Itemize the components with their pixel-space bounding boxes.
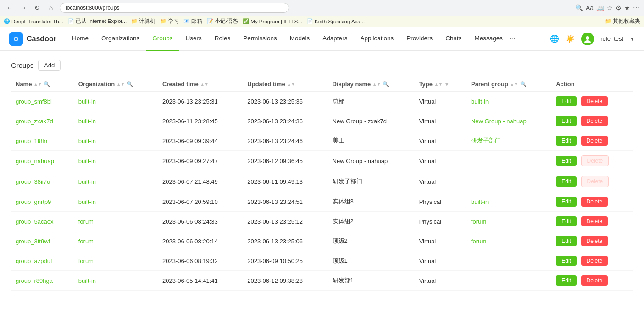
group-name-link[interactable]: group_nahuap	[16, 158, 54, 165]
parent-sort-icon[interactable]: ▲▼	[510, 82, 518, 87]
edit-button[interactable]: Edit	[556, 156, 577, 166]
font-icon[interactable]: Aa	[586, 4, 594, 11]
nav-messages[interactable]: Messages	[468, 27, 510, 51]
more-icon[interactable]: ⋯	[633, 4, 639, 11]
delete-button[interactable]: Delete	[581, 216, 608, 226]
name-search-icon[interactable]: 🔍	[44, 81, 50, 87]
globe-icon[interactable]: 🌐	[550, 34, 559, 43]
bookmark-study[interactable]: 📁 学习	[160, 18, 179, 25]
nav-permissions[interactable]: Permissions	[237, 27, 283, 51]
org-link[interactable]: built-in	[78, 138, 96, 144]
parent-group-link[interactable]: New Group - nahuap	[471, 118, 527, 125]
nav-more-icon[interactable]: ···	[509, 35, 515, 43]
edit-button[interactable]: Edit	[556, 176, 577, 187]
display-search-icon[interactable]: 🔍	[383, 81, 389, 87]
org-link[interactable]: built-in	[78, 277, 96, 284]
refresh-button[interactable]: ↻	[32, 3, 42, 13]
org-link[interactable]: built-in	[78, 198, 96, 205]
group-name-link[interactable]: group_38ii7o	[16, 178, 50, 185]
name-sort-icon[interactable]: ▲▼	[33, 82, 42, 87]
group-name-link[interactable]: group_1t8lrr	[16, 138, 48, 144]
svg-point-3	[586, 36, 589, 40]
avatar[interactable]	[581, 33, 594, 45]
group-name-link[interactable]: group_5acaox	[16, 218, 53, 225]
delete-button[interactable]: Delete	[581, 275, 608, 286]
edit-button[interactable]: Edit	[556, 216, 577, 226]
cell-type: Virtual	[415, 131, 466, 151]
parent-group-link[interactable]: 研发子部门	[471, 137, 501, 144]
forward-button[interactable]: →	[18, 3, 28, 13]
edit-button[interactable]: Edit	[556, 136, 577, 146]
delete-button[interactable]: Delete	[581, 256, 608, 266]
bookmark-keith[interactable]: 📄 Keith Speaking Aca...	[307, 18, 365, 24]
delete-button[interactable]: Delete	[581, 136, 608, 146]
bookmark-other[interactable]: 📁 其他收藏夹	[605, 18, 640, 25]
cell-updated: 2023-06-13 23:25:06	[243, 231, 328, 251]
edit-button[interactable]: Edit	[556, 116, 577, 126]
back-button[interactable]: ←	[5, 3, 15, 13]
star-icon[interactable]: ☆	[607, 4, 613, 11]
nav-applications[interactable]: Applications	[354, 27, 400, 51]
org-link[interactable]: forum	[78, 238, 94, 245]
add-button[interactable]: Add	[38, 60, 61, 71]
settings-icon[interactable]: ⚙	[616, 4, 622, 11]
bookmark-deepl[interactable]: 🌐 DeepL Translate: Th...	[4, 18, 63, 24]
edit-button[interactable]: Edit	[556, 256, 577, 266]
favorites-icon[interactable]: ★	[624, 4, 630, 11]
org-sort-icon[interactable]: ▲▼	[117, 82, 125, 87]
parent-search-icon[interactable]: 🔍	[520, 81, 527, 87]
display-sort-icon[interactable]: ▲▼	[372, 82, 381, 87]
group-name-link[interactable]: group_3tt9wf	[16, 238, 50, 245]
edit-button[interactable]: Edit	[556, 197, 577, 207]
group-name-link[interactable]: group_zxak7d	[16, 118, 53, 125]
nav-providers[interactable]: Providers	[400, 27, 439, 51]
nav-chats[interactable]: Chats	[439, 27, 468, 51]
group-name-link[interactable]: group_smf8bi	[16, 98, 52, 105]
updated-sort-icon[interactable]: ▲▼	[287, 82, 295, 87]
delete-button[interactable]: Delete	[581, 116, 608, 126]
nav-groups[interactable]: Groups	[146, 27, 179, 51]
bookmark-computer[interactable]: 📁 计算机	[131, 18, 155, 25]
org-link[interactable]: forum	[78, 218, 94, 225]
nav-roles[interactable]: Roles	[208, 27, 237, 51]
edit-button[interactable]: Edit	[556, 96, 577, 106]
delete-button[interactable]: Delete	[581, 197, 608, 207]
bookmark-mail[interactable]: 📧 邮箱	[183, 18, 202, 25]
group-name-link[interactable]: group_gnrtp9	[16, 198, 51, 205]
user-label[interactable]: role_test	[600, 35, 623, 42]
org-search-icon[interactable]: 🔍	[127, 81, 133, 87]
search-browser-icon[interactable]: 🔍	[575, 4, 583, 11]
home-button[interactable]: ⌂	[46, 3, 56, 13]
nav-home[interactable]: Home	[66, 27, 95, 51]
delete-button[interactable]: Delete	[581, 236, 608, 246]
nav-adapters[interactable]: Adapters	[316, 27, 354, 51]
org-link[interactable]: built-in	[78, 98, 96, 105]
org-link[interactable]: built-in	[78, 118, 96, 125]
org-link[interactable]: forum	[78, 258, 94, 264]
group-name-link[interactable]: group_azpduf	[16, 258, 52, 264]
nav-models[interactable]: Models	[283, 27, 316, 51]
parent-group-link[interactable]: built-in	[471, 98, 489, 105]
theme-icon[interactable]: ☀️	[566, 34, 575, 43]
reader-icon[interactable]: 📖	[596, 4, 604, 11]
org-link[interactable]: built-in	[78, 158, 96, 165]
bookmark-ie[interactable]: 📄 已从 Internet Explor...	[68, 18, 127, 25]
edit-button[interactable]: Edit	[556, 275, 577, 286]
nav-users[interactable]: Users	[179, 27, 208, 51]
type-sort-icon[interactable]: ▲▼	[434, 82, 443, 87]
user-dropdown-icon[interactable]: ▼	[630, 36, 635, 42]
group-name-link[interactable]: group_r89hga	[16, 277, 53, 284]
parent-group-link[interactable]: forum	[471, 218, 486, 225]
bookmark-notes[interactable]: 📝 小记·语爸	[207, 18, 238, 25]
cell-action: Edit Delete	[551, 212, 633, 231]
org-link[interactable]: built-in	[78, 178, 96, 185]
created-sort-icon[interactable]: ▲▼	[200, 82, 209, 87]
edit-button[interactable]: Edit	[556, 236, 577, 246]
parent-group-link[interactable]: forum	[471, 238, 486, 245]
type-filter-icon[interactable]: ▼	[444, 82, 450, 87]
parent-group-link[interactable]: built-in	[471, 198, 489, 205]
delete-button[interactable]: Delete	[581, 96, 608, 106]
nav-organizations[interactable]: Organizations	[95, 27, 146, 51]
bookmark-program[interactable]: ✅ My Program | IELTS...	[243, 18, 302, 24]
url-bar[interactable]	[60, 3, 289, 13]
